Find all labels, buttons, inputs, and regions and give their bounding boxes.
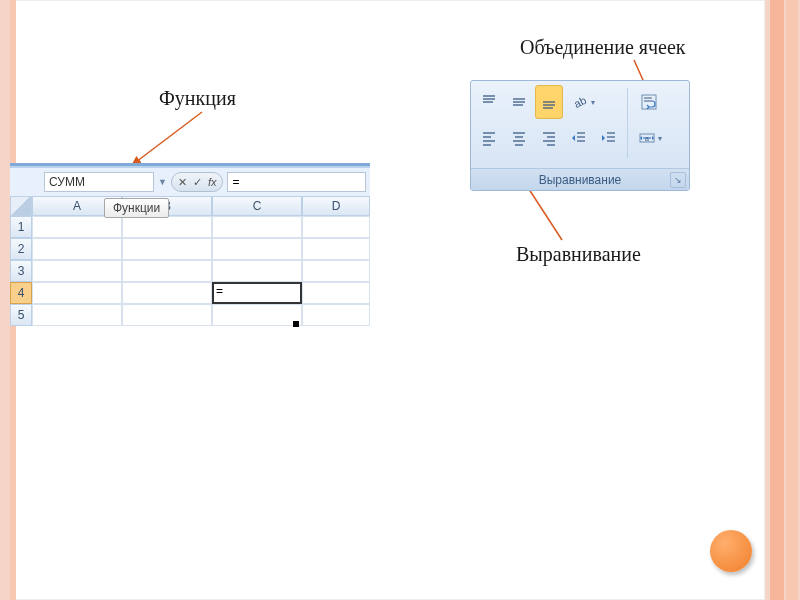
separator (627, 88, 628, 158)
align-left-button[interactable] (475, 121, 503, 155)
align-center-button[interactable] (505, 121, 533, 155)
orientation-button[interactable]: ab ▾ (565, 85, 601, 119)
label-merge-cells: Объединение ячеек (520, 36, 686, 59)
excel-fragment: ▼ ✕ ✓ fх Функции A B C D 1 2 3 4 = 5 (10, 163, 370, 326)
cell-b2[interactable] (122, 238, 212, 260)
cell-c4-active[interactable]: = (212, 282, 302, 304)
row-header-2[interactable]: 2 (10, 238, 32, 260)
formula-bar: ▼ ✕ ✓ fх Функции (10, 168, 370, 196)
align-top-button[interactable] (475, 85, 503, 119)
tooltip-functions: Функции (104, 198, 169, 218)
cell-d2[interactable] (302, 238, 370, 260)
svg-text:a: a (645, 135, 649, 142)
label-alignment: Выравнивание (516, 243, 641, 266)
label-function: Функция (159, 87, 236, 110)
name-box[interactable] (44, 172, 154, 192)
increase-indent-button[interactable] (595, 121, 623, 155)
fx-icon[interactable]: fх (208, 176, 217, 188)
row-header-3[interactable]: 3 (10, 260, 32, 282)
row-header-4[interactable]: 4 (10, 282, 32, 304)
cell-b3[interactable] (122, 260, 212, 282)
accept-icon[interactable]: ✓ (193, 176, 202, 189)
formula-controls: ✕ ✓ fх (171, 172, 224, 192)
dialog-launcher-icon[interactable]: ↘ (670, 172, 686, 188)
col-header-d[interactable]: D (302, 196, 370, 216)
row-header-5[interactable]: 5 (10, 304, 32, 326)
slide-nav-circle[interactable] (710, 530, 752, 572)
ribbon-group-title: Выравнивание (539, 173, 622, 187)
wrap-text-button[interactable] (632, 85, 666, 119)
chevron-down-icon: ▾ (658, 134, 662, 143)
cell-c1[interactable] (212, 216, 302, 238)
ribbon-group-footer: Выравнивание ↘ (471, 168, 689, 190)
row-header-1[interactable]: 1 (10, 216, 32, 238)
align-bottom-button[interactable] (535, 85, 563, 119)
merge-cells-button[interactable]: a ▾ (632, 121, 666, 155)
cell-a2[interactable] (32, 238, 122, 260)
cell-b5[interactable] (122, 304, 212, 326)
cell-a1[interactable] (32, 216, 122, 238)
cell-b1[interactable] (122, 216, 212, 238)
formula-input[interactable] (227, 172, 366, 192)
align-middle-button[interactable] (505, 85, 533, 119)
cell-a3[interactable] (32, 260, 122, 282)
cell-d5[interactable] (302, 304, 370, 326)
cell-a4[interactable] (32, 282, 122, 304)
ribbon-alignment-group: ab ▾ (470, 80, 690, 191)
cell-d3[interactable] (302, 260, 370, 282)
decrease-indent-button[interactable] (565, 121, 593, 155)
select-all-corner[interactable] (10, 196, 32, 216)
align-right-button[interactable] (535, 121, 563, 155)
cancel-icon[interactable]: ✕ (178, 176, 187, 189)
spreadsheet-grid: A B C D 1 2 3 4 = 5 (10, 196, 370, 326)
cell-d4[interactable] (302, 282, 370, 304)
cell-c3[interactable] (212, 260, 302, 282)
cell-c5[interactable] (212, 304, 302, 326)
col-header-c[interactable]: C (212, 196, 302, 216)
chevron-down-icon: ▾ (591, 98, 595, 107)
name-box-dropdown-icon[interactable]: ▼ (158, 177, 167, 187)
cell-d1[interactable] (302, 216, 370, 238)
cell-b4[interactable] (122, 282, 212, 304)
cell-a5[interactable] (32, 304, 122, 326)
fill-handle[interactable] (293, 321, 299, 327)
cell-c2[interactable] (212, 238, 302, 260)
svg-text:ab: ab (572, 94, 588, 110)
